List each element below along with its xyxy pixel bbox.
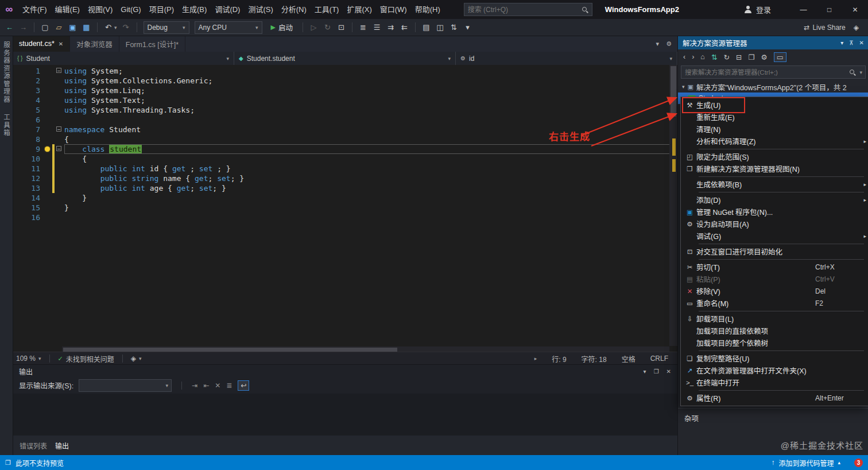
document-tab-1[interactable]: student.cs*✕	[13, 36, 70, 52]
context-menu-item[interactable]: ↗在文件资源管理器中打开文件夹(X)	[681, 364, 868, 376]
context-menu-item[interactable]: ✂剪切(T)Ctrl+X	[681, 261, 868, 273]
run-without-debug-icon[interactable]: ▷	[308, 23, 320, 32]
breadcrumb-segment-3[interactable]: ⚙id▾	[456, 52, 677, 65]
pin-icon[interactable]: ⊼	[849, 40, 853, 46]
configuration-dropdown[interactable]: Debug▾	[144, 21, 189, 34]
maximize-button[interactable]: □	[816, 0, 842, 19]
close-icon[interactable]: ✕	[666, 368, 671, 375]
word-wrap-icon[interactable]: ↩	[238, 380, 249, 391]
chevron-down-icon[interactable]: ▾	[644, 368, 646, 375]
preview-icon[interactable]: ❐	[748, 53, 754, 61]
context-menu-item[interactable]: ⚒生成(U)	[681, 99, 868, 111]
redo-icon[interactable]: ↷	[120, 23, 132, 32]
solution-search-box[interactable]: ▾	[681, 66, 866, 79]
context-menu-item[interactable]: >_在终端中打开	[681, 376, 868, 388]
sort-icon[interactable]: ⇅	[448, 23, 460, 32]
previous-message-icon[interactable]: ⇤	[203, 382, 209, 390]
output-source-dropdown[interactable]: ▾	[79, 379, 172, 392]
minimize-button[interactable]: —	[790, 0, 816, 19]
code-line[interactable]: 4using System.Text;	[13, 95, 677, 105]
column-indicator[interactable]: 字符: 18	[582, 354, 607, 364]
platform-dropdown[interactable]: Any CPU▾	[195, 21, 262, 34]
context-menu-item[interactable]: 添加(D)▸	[681, 194, 868, 206]
undo-icon[interactable]: ↶	[102, 23, 114, 32]
side-tool-tab-1[interactable]: 服务器资源管理器	[2, 41, 11, 103]
menu-item[interactable]: 编辑(E)	[51, 0, 84, 19]
context-menu-item[interactable]: ⇩卸载项目(L)	[681, 313, 868, 325]
open-folder-icon[interactable]: ▱	[53, 23, 65, 32]
sync-with-active-document-icon[interactable]: ⇅	[711, 53, 717, 61]
close-icon[interactable]: ✕	[859, 40, 864, 46]
health-indicator[interactable]: ✓ 未找到相关问题	[55, 354, 118, 364]
line-ending-indicator[interactable]: CRLF	[650, 355, 668, 363]
panel-tab[interactable]: 错误列表	[20, 441, 47, 450]
context-menu-item[interactable]: 清理(N)	[681, 123, 868, 135]
code-line[interactable]: 16	[13, 213, 677, 222]
solution-search-input[interactable]	[681, 69, 846, 76]
feedback-icon[interactable]: ◈	[854, 24, 859, 32]
menu-item[interactable]: 分析(N)	[277, 0, 311, 19]
comment-icon[interactable]: ▤	[420, 23, 432, 32]
panel-tab[interactable]: 输出	[55, 441, 69, 450]
menu-item[interactable]: 工具(T)	[311, 0, 343, 19]
save-icon[interactable]: ▣	[67, 23, 79, 32]
menu-item[interactable]: 测试(S)	[244, 0, 277, 19]
search-input[interactable]	[464, 6, 578, 14]
code-line[interactable]: 9 class student	[13, 144, 677, 154]
breadcrumb-segment-2[interactable]: ◆Student.student▾	[234, 52, 456, 65]
scrollbar-thumb[interactable]	[671, 66, 676, 117]
code-editor[interactable]: 1using System;2using System.Collections.…	[13, 65, 677, 353]
document-tab-3[interactable]: Form1.cs [设计]*	[119, 36, 185, 52]
context-menu-item[interactable]: ❐新建解决方案资源管理器视图(N)	[681, 163, 868, 175]
quick-search-box[interactable]	[464, 3, 592, 16]
context-menu-item[interactable]: ⊡对交互窗口进行项目初始化	[681, 245, 868, 257]
navigate-forward-icon[interactable]: →	[17, 23, 29, 32]
expand-icon[interactable]: ▸	[534, 356, 537, 361]
forward-icon[interactable]: ›	[692, 53, 694, 61]
code-metrics-indicator[interactable]: ◈ ▾	[127, 355, 145, 363]
context-menu-item[interactable]: ⚙设为启动项目(A)	[681, 218, 868, 230]
uncomment-icon[interactable]: ◫	[434, 23, 446, 32]
context-menu-item[interactable]: ⚙属性(R)Alt+Enter	[681, 392, 868, 404]
outdent-icon[interactable]: ⇇	[398, 23, 410, 32]
side-tool-tab-2[interactable]: 工具箱	[2, 114, 11, 137]
code-line[interactable]: 15}	[13, 203, 677, 213]
save-all-icon[interactable]: ▦	[80, 23, 92, 32]
context-menu-item[interactable]: ▤粘贴(P)Ctrl+V	[681, 273, 868, 285]
show-all-files-icon[interactable]: ▭	[774, 52, 786, 62]
refresh-icon[interactable]: ↻	[321, 23, 334, 32]
outline-icon[interactable]: ≣	[357, 23, 369, 32]
menu-item[interactable]: 窗口(W)	[376, 0, 411, 19]
menu-item[interactable]: 生成(B)	[178, 0, 211, 19]
context-menu-item[interactable]: ✕移除(V)Del	[681, 285, 868, 297]
code-line[interactable]: 3using System.Linq;	[13, 86, 677, 95]
context-menu-item[interactable]: 重新生成(E)	[681, 111, 868, 123]
context-menu-item[interactable]: 加载项目的整个依赖树	[681, 337, 868, 349]
context-menu-item[interactable]: ◰限定为此范围(S)	[681, 151, 868, 163]
output-panel-header[interactable]: 输出 ▾❐✕	[13, 365, 677, 377]
clear-all-icon[interactable]: ✕	[215, 382, 220, 390]
menu-item[interactable]: 项目(P)	[145, 0, 178, 19]
menu-item[interactable]: 视图(V)	[84, 0, 117, 19]
context-menu-item[interactable]: 生成依赖项(B)▸	[681, 178, 868, 190]
menu-item[interactable]: Git(G)	[117, 0, 145, 19]
indent-icon[interactable]: ⇉	[385, 23, 397, 32]
sign-in-button[interactable]: 登录	[744, 4, 771, 15]
menu-item[interactable]: 文件(F)	[18, 0, 51, 19]
context-menu-item[interactable]: 加载项目的直接依赖项	[681, 325, 868, 337]
context-menu-item[interactable]: ▣管理 NuGet 程序包(N)...	[681, 206, 868, 218]
context-menu-item[interactable]: ▭重命名(M)F2	[681, 297, 868, 309]
zoom-control[interactable]: 109 % ▾	[13, 355, 45, 363]
active-files-dropdown-icon[interactable]: ▾	[656, 40, 660, 48]
context-menu-item[interactable]: ❏复制完整路径(U)	[681, 352, 868, 364]
new-project-icon[interactable]: ▢	[39, 23, 51, 32]
home-icon[interactable]: ⌂	[700, 53, 705, 61]
breakpoint-icon[interactable]: ⊡	[335, 23, 347, 32]
solution-explorer-title-bar[interactable]: 解决方案资源管理器 ▾⊼✕	[678, 36, 868, 49]
notification-badge[interactable]: 3	[854, 459, 863, 467]
back-icon[interactable]: ‹	[683, 53, 685, 61]
code-line[interactable]: 10 {	[13, 154, 677, 164]
document-tab-2[interactable]: 对象浏览器	[70, 36, 119, 52]
menu-item[interactable]: 扩展(X)	[343, 0, 375, 19]
properties-icon[interactable]: ⚙	[761, 53, 768, 61]
